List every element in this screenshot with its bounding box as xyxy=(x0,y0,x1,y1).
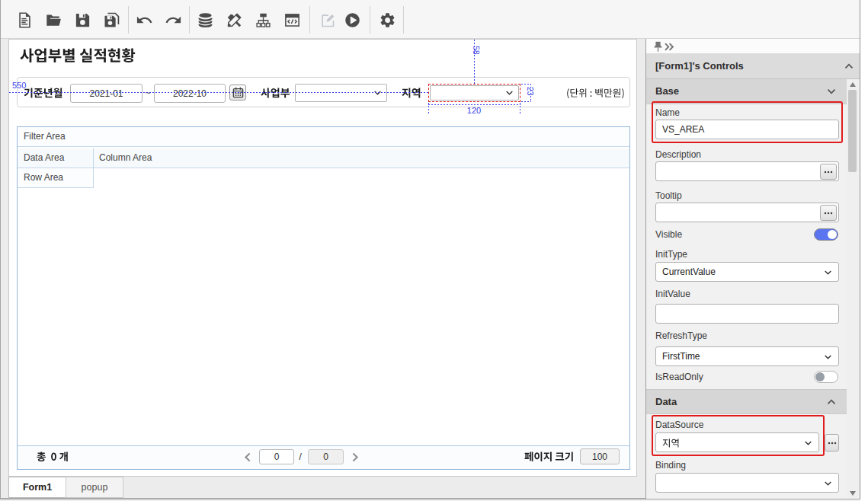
visible-toggle[interactable] xyxy=(814,228,838,241)
page-size-input[interactable] xyxy=(580,448,620,464)
refreshtype-combo[interactable]: FirstTime xyxy=(655,346,839,366)
chevron-down-icon xyxy=(374,91,381,95)
toggle-knob xyxy=(815,372,825,381)
pivot-grid[interactable] xyxy=(17,126,630,470)
toolbar-new-document-button[interactable] xyxy=(12,8,37,32)
toolbar-open-folder-button[interactable] xyxy=(41,8,66,32)
scroll-down-icon[interactable] xyxy=(850,491,856,496)
date-to-input[interactable] xyxy=(154,84,226,103)
tab-form1[interactable]: Form1 xyxy=(8,477,66,498)
description-input[interactable] xyxy=(655,161,839,181)
section-data[interactable]: Data xyxy=(646,389,847,414)
current-page-input[interactable] xyxy=(259,449,294,464)
date-range-tilde: ~ xyxy=(143,84,152,103)
toggle-knob xyxy=(828,230,837,239)
window-right-border xyxy=(860,0,860,499)
datasource-more-button[interactable] xyxy=(825,434,839,452)
chevron-down-icon xyxy=(825,355,831,359)
open-folder-icon xyxy=(45,11,62,29)
name-highlight-box xyxy=(652,101,843,143)
measure-height-tick-bottom xyxy=(521,101,531,102)
refreshtype-value: FirstTime xyxy=(662,351,700,362)
inittype-combo[interactable]: CurrentValue xyxy=(655,262,839,282)
total-count xyxy=(37,448,69,464)
save-all-icon xyxy=(103,11,120,29)
chevron-up-icon xyxy=(844,63,854,69)
main-toolbar xyxy=(1,0,860,39)
panel-title[interactable]: [Form1]'s Controls xyxy=(646,54,860,79)
toolbar-save-all-button[interactable] xyxy=(99,8,123,32)
isreadonly-label: IsReadOnly xyxy=(655,372,703,382)
date-from-input[interactable] xyxy=(70,84,143,103)
pin-icon[interactable] xyxy=(653,41,663,53)
panel-left-border xyxy=(645,39,646,499)
panel-utility-bar xyxy=(646,39,860,54)
chevron-down-icon xyxy=(825,481,831,486)
toolbar-save-button[interactable] xyxy=(70,8,94,32)
tools-icon xyxy=(226,11,243,29)
measure-width-tick-left xyxy=(428,103,429,113)
window-bottom-border xyxy=(0,499,860,499)
guide-top-distance: 58 xyxy=(472,46,481,55)
chevron-up-icon xyxy=(827,399,836,405)
database-icon xyxy=(197,11,214,29)
binding-combo[interactable] xyxy=(655,473,839,493)
toolbar-sitemap-button[interactable] xyxy=(251,8,275,32)
description-more-button[interactable] xyxy=(820,164,837,180)
grid-column-area[interactable]: Column Area xyxy=(99,148,152,168)
isreadonly-toggle[interactable] xyxy=(814,371,838,383)
toolbar-separator xyxy=(370,6,370,34)
sitemap-icon xyxy=(255,11,272,29)
guide-left-distance: 550 xyxy=(12,81,26,90)
grid-row-area[interactable]: Row Area xyxy=(18,168,94,188)
total-pages-input xyxy=(308,449,344,464)
toolbar-undo-button[interactable] xyxy=(132,8,156,32)
toolbar-database-button[interactable] xyxy=(193,8,217,32)
tab-popup[interactable]: popup xyxy=(66,477,123,498)
scroll-up-icon[interactable] xyxy=(850,82,856,87)
panel-collapse-chevron[interactable] xyxy=(844,63,854,69)
toolbar-code-window-button[interactable] xyxy=(280,8,304,32)
measure-width-tick-right xyxy=(520,103,520,113)
toolbar-tools-button[interactable] xyxy=(222,8,246,32)
settings-icon xyxy=(379,11,396,29)
next-page-button[interactable] xyxy=(351,452,359,462)
report-designer-window: 사업부별 실적현황 기준년월 ~ 사업부 지역 (단위 : 백만원) 550 5… xyxy=(0,0,868,501)
toolbar-separator xyxy=(403,6,404,34)
toolbar-separator xyxy=(309,6,310,34)
tooltip-input[interactable] xyxy=(655,203,839,222)
grid-filter-area[interactable]: Filter Area xyxy=(18,127,629,147)
tooltip-more-button[interactable] xyxy=(820,205,837,221)
window-left-border xyxy=(0,0,1,499)
selection-red-outline xyxy=(428,84,520,102)
prev-page-button[interactable] xyxy=(244,452,251,462)
toolbar-separator xyxy=(128,6,129,34)
collapse-panel-icon[interactable] xyxy=(665,43,674,51)
refreshtype-label: RefreshType xyxy=(655,330,707,341)
save-icon xyxy=(74,11,91,29)
toolbar-run-button[interactable] xyxy=(340,8,364,32)
scrollbar-thumb[interactable] xyxy=(848,90,857,172)
toolbar-settings-button[interactable] xyxy=(375,8,399,32)
toolbar-edit-button xyxy=(315,8,340,32)
business-division-combo[interactable] xyxy=(295,84,387,102)
visible-label: Visible xyxy=(655,229,682,240)
edit-icon xyxy=(319,11,337,29)
inittype-value: CurrentValue xyxy=(662,266,716,277)
toolbar-redo-button[interactable] xyxy=(161,8,185,32)
guide-left-line xyxy=(9,92,428,93)
inittype-label: InitType xyxy=(655,249,687,260)
measure-height-tick-top xyxy=(521,84,531,85)
unit-note xyxy=(566,85,625,100)
measure-height-value: 23 xyxy=(526,87,535,96)
chevron-down-icon xyxy=(825,270,831,275)
new-document-icon xyxy=(16,11,34,29)
grid-data-area[interactable]: Data Area xyxy=(18,148,94,168)
ellipsis-icon xyxy=(828,442,837,445)
toolbar-separator xyxy=(189,6,190,34)
page-size-label xyxy=(524,448,574,464)
initvalue-input[interactable] xyxy=(655,304,839,324)
section-base-label: Base xyxy=(655,85,679,97)
tooltip-label: Tooltip xyxy=(655,190,682,201)
ellipsis-icon xyxy=(824,171,833,174)
